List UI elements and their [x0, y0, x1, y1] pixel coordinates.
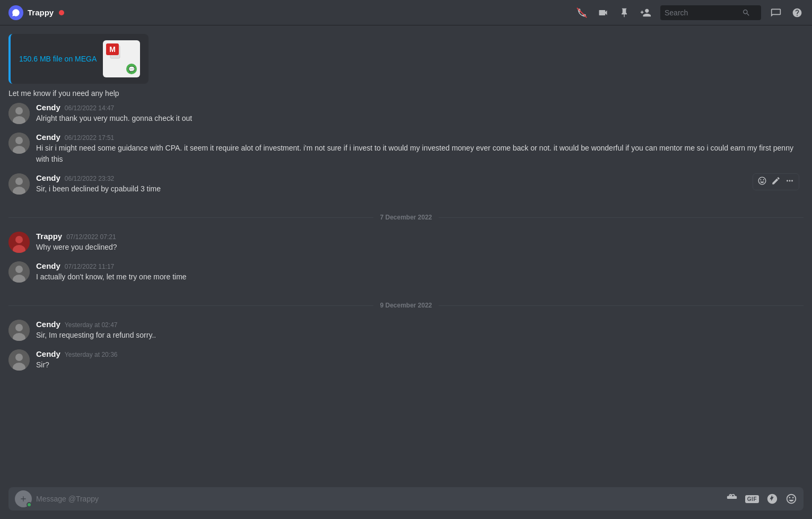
message-content: Cendy 06/12/2022 23:32 Sir, i been decli…	[36, 173, 804, 195]
message-author: Cendy	[36, 133, 60, 142]
chat-badge: 💬	[126, 64, 137, 74]
edit-button[interactable]	[771, 176, 781, 188]
message-time: 07/12/2022 07:21	[66, 233, 116, 241]
cendy-avatar-4	[8, 261, 30, 283]
input-right-icons: GIF	[726, 493, 797, 505]
message-header: Cendy Yesterday at 20:36	[36, 349, 804, 358]
divider-text: 9 December 2022	[380, 302, 432, 309]
divider-line	[439, 217, 804, 218]
react-button[interactable]	[757, 176, 767, 188]
message-text: Why were you declined?	[36, 242, 804, 253]
divider-text: 7 December 2022	[380, 214, 432, 221]
message-group: Cendy 06/12/2022 17:51 Hi sir i might ne…	[8, 133, 804, 165]
add-friend-button[interactable]	[639, 6, 652, 19]
message-time: 07/12/2022 11:17	[65, 263, 114, 270]
cendy-avatar-5	[8, 320, 30, 341]
more-button[interactable]	[785, 176, 794, 188]
search-icon	[742, 8, 750, 17]
message-group: Cendy 06/12/2022 23:32 Sir, i been decli…	[8, 173, 804, 195]
message-content: Cendy 06/12/2022 14:47 Alright thank you…	[36, 103, 804, 124]
message-author: Cendy	[36, 103, 60, 112]
svg-point-15	[15, 236, 23, 243]
message-content: Cendy Yesterday at 20:36 Sir?	[36, 349, 804, 371]
simple-message: Let me know if you need any help	[8, 88, 804, 103]
message-group: Cendy 07/12/2022 11:17 I actually don't …	[8, 261, 804, 283]
svg-point-21	[15, 324, 23, 331]
message-header: Cendy Yesterday at 02:47	[36, 320, 804, 329]
file-attachment-area: 150.6 MB file on MEGA M 💬 Let me know if…	[8, 34, 804, 103]
message-time: 06/12/2022 14:47	[65, 104, 114, 112]
channel-name: Trappy	[28, 8, 54, 17]
date-divider-2: 9 December 2022	[8, 302, 804, 309]
message-author: Trappy	[36, 232, 62, 241]
file-attachment: 150.6 MB file on MEGA M 💬	[8, 34, 149, 84]
top-bar: Trappy	[0, 0, 812, 25]
message-group: Trappy 07/12/2022 07:21 Why were you dec…	[8, 232, 804, 253]
divider-line	[8, 305, 373, 306]
message-author: Cendy	[36, 349, 60, 358]
search-bar[interactable]	[660, 5, 761, 20]
avatar	[8, 173, 30, 195]
svg-point-18	[15, 266, 23, 273]
cendy-avatar-1	[8, 103, 30, 124]
message-text: Sir?	[36, 359, 804, 371]
cendy-avatar-2	[8, 133, 30, 154]
message-time: Yesterday at 02:47	[65, 321, 118, 329]
message-input[interactable]	[36, 495, 722, 503]
avatar	[8, 103, 30, 124]
input-area: GIF	[0, 479, 812, 519]
svg-line-0	[577, 7, 587, 17]
message-time: 06/12/2022 17:51	[65, 134, 114, 142]
chat-area: 150.6 MB file on MEGA M 💬 Let me know if…	[0, 25, 812, 479]
top-bar-left: Trappy	[8, 5, 569, 20]
message-header: Cendy 06/12/2022 14:47	[36, 103, 804, 112]
message-group: Cendy 06/12/2022 14:47 Alright thank you…	[8, 103, 804, 124]
file-link[interactable]: 150.6 MB file on MEGA	[19, 55, 97, 63]
divider-line	[439, 305, 804, 306]
date-divider-1: 7 December 2022	[8, 214, 804, 221]
dm-icon	[8, 5, 23, 20]
gif-button[interactable]: GIF	[745, 495, 759, 503]
svg-point-9	[15, 137, 23, 144]
avatar	[8, 261, 30, 283]
message-text: Alright thank you very much. gonna check…	[36, 113, 804, 124]
message-content: Cendy Yesterday at 02:47 Sir, Im request…	[36, 320, 804, 341]
message-time: Yesterday at 20:36	[65, 351, 118, 358]
message-text: Hi sir i might need some guidance with C…	[36, 143, 804, 165]
message-text: I actually don't know, let me try one mo…	[36, 271, 804, 283]
pin-button[interactable]	[618, 6, 631, 19]
message-author: Cendy	[36, 261, 60, 270]
cendy-avatar-3	[8, 173, 30, 195]
message-content: Trappy 07/12/2022 07:21 Why were you dec…	[36, 232, 804, 253]
avatar	[8, 320, 30, 341]
gift-button[interactable]	[726, 493, 738, 505]
mega-badge: M	[106, 43, 119, 55]
svg-point-6	[15, 107, 23, 115]
help-button[interactable]	[791, 6, 804, 19]
inbox-button[interactable]	[770, 6, 782, 19]
divider-line	[8, 217, 373, 218]
avatar	[8, 349, 30, 371]
message-content: Cendy 07/12/2022 11:17 I actually don't …	[36, 261, 804, 283]
message-header: Cendy 07/12/2022 11:17	[36, 261, 804, 270]
mega-thumbnail: M 💬	[103, 40, 140, 77]
message-header: Cendy 06/12/2022 17:51	[36, 133, 804, 142]
search-input[interactable]	[665, 8, 739, 17]
message-author: Cendy	[36, 320, 60, 329]
avatar	[8, 133, 30, 154]
message-header: Cendy 06/12/2022 23:32	[36, 173, 804, 182]
status-indicator	[59, 10, 64, 15]
message-text: Sir, Im requesting for a refund sorry..	[36, 330, 804, 341]
message-content: Cendy 06/12/2022 17:51 Hi sir i might ne…	[36, 133, 804, 165]
message-actions	[753, 173, 799, 190]
video-button[interactable]	[597, 6, 609, 19]
message-text: Sir, i been declined by cpabuild 3 time	[36, 183, 804, 195]
file-link-container: 150.6 MB file on MEGA	[19, 55, 97, 63]
message-time: 06/12/2022 23:32	[65, 175, 114, 182]
call-button[interactable]	[575, 6, 588, 19]
sticker-button[interactable]	[766, 493, 778, 505]
attach-button[interactable]	[15, 490, 32, 507]
message-header: Trappy 07/12/2022 07:21	[36, 232, 804, 241]
message-author: Cendy	[36, 173, 60, 182]
emoji-button[interactable]	[785, 493, 797, 505]
